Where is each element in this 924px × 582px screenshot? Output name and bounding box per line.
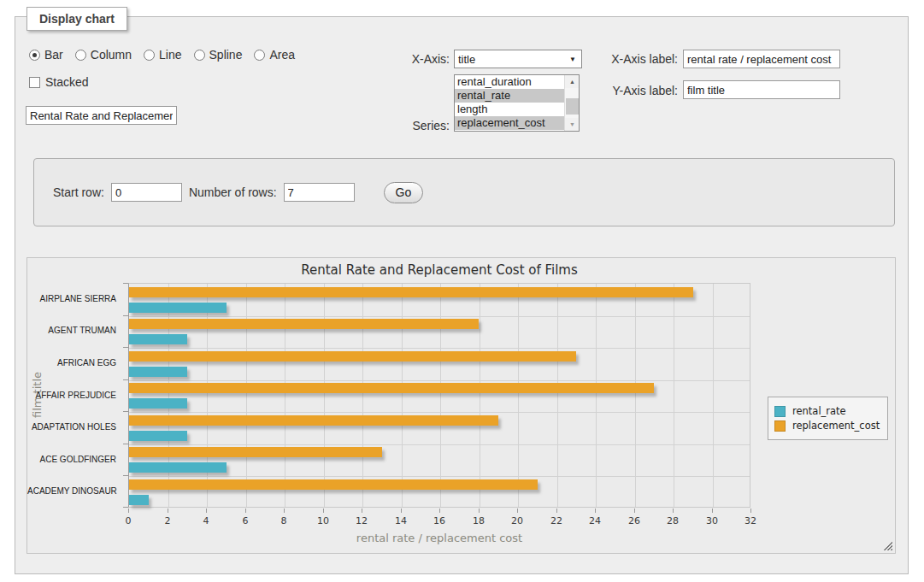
radio-label: Line <box>159 48 181 62</box>
x-axis-label-input[interactable] <box>683 50 840 68</box>
stacked-checkbox-row[interactable]: Stacked <box>29 75 89 89</box>
x-tick-label: 20 <box>511 515 523 526</box>
category-label: AFRICAN EGG <box>27 358 116 367</box>
legend-entry-replacement_cost: replacement_cost <box>774 420 880 432</box>
start-row-label: Start row: <box>53 185 104 199</box>
legend-swatch-icon <box>774 420 786 432</box>
x-tick-label: 12 <box>356 515 368 526</box>
category-label: ACE GOLDFINGER <box>27 455 116 464</box>
x-tick-label: 28 <box>667 515 679 526</box>
start-row-input[interactable] <box>111 183 182 202</box>
num-rows-input[interactable] <box>284 183 355 202</box>
radio-label: Column <box>91 48 132 62</box>
radio-label: Area <box>269 48 295 62</box>
x-tick-mark <box>673 509 674 513</box>
x-tick-label: 10 <box>317 515 329 526</box>
gridline <box>129 476 750 477</box>
x-axis-select-value: title <box>458 53 475 66</box>
x-tick-label: 6 <box>243 515 249 526</box>
stacked-checkbox[interactable] <box>29 77 40 88</box>
y-axis-label-field-label: Y-Axis label: <box>592 84 678 97</box>
x-tick-mark <box>401 509 402 513</box>
x-tick-label: 18 <box>473 515 485 526</box>
gridline <box>168 284 169 507</box>
listbox-scrollbar[interactable]: ▲ ▼ <box>564 75 579 131</box>
gridline <box>285 284 285 507</box>
radio-icon[interactable] <box>144 50 155 61</box>
rental_rate-bar <box>129 303 227 313</box>
series-listbox[interactable]: rental_durationrental_ratelengthreplacem… <box>454 74 580 132</box>
gridline <box>674 284 674 507</box>
chart-type-radio-spline[interactable]: Spline <box>194 48 243 62</box>
rental_rate-bar <box>129 462 227 473</box>
gridline <box>324 284 325 507</box>
rental_rate-bar <box>129 367 187 377</box>
gridline <box>713 284 714 507</box>
x-tick-mark <box>595 509 596 513</box>
scroll-down-icon[interactable]: ▼ <box>565 118 580 131</box>
gridline <box>557 284 558 507</box>
x-tick-mark <box>168 509 168 513</box>
chart-type-radio-line[interactable]: Line <box>144 48 181 62</box>
x-tick-mark <box>284 509 285 513</box>
series-option-replacement_cost[interactable]: replacement_cost <box>455 116 564 130</box>
replacement_cost-bar <box>129 351 576 362</box>
replacement_cost-bar <box>129 383 654 393</box>
x-tick-mark <box>323 509 324 513</box>
chart-category-labels: AIRPLANE SIERRAAGENT TRUMANAFRICAN EGGAF… <box>27 283 123 508</box>
series-option-length[interactable]: length <box>455 103 564 116</box>
legend-entry-rental_rate: rental_rate <box>774 405 880 417</box>
x-tick-label: 4 <box>203 515 209 526</box>
chart-type-radio-group: BarColumnLineSplineArea <box>29 48 303 62</box>
radio-icon[interactable] <box>254 50 265 61</box>
gridline <box>480 284 480 507</box>
chart-type-radio-area[interactable]: Area <box>254 48 295 62</box>
chart-xlabel: rental rate / replacement cost <box>128 532 750 544</box>
category-label: AIRPLANE SIERRA <box>27 294 116 303</box>
chart-type-radio-bar[interactable]: Bar <box>29 48 63 62</box>
gridline <box>207 284 208 507</box>
x-axis-select[interactable]: title ▼ <box>454 50 582 68</box>
radio-icon[interactable] <box>75 50 86 61</box>
chevron-down-icon: ▼ <box>569 56 576 63</box>
go-button[interactable]: Go <box>384 182 424 203</box>
category-label: ADAPTATION HOLES <box>27 422 116 432</box>
radio-icon[interactable] <box>194 50 205 61</box>
x-tick-mark <box>245 509 246 513</box>
gridline <box>129 348 750 349</box>
radio-icon[interactable] <box>29 50 40 61</box>
scrollbar-thumb[interactable] <box>566 98 579 115</box>
radio-label: Bar <box>44 48 63 62</box>
radio-label: Spline <box>209 48 243 62</box>
x-tick-label: 14 <box>395 515 407 526</box>
rental_rate-bar <box>129 495 149 505</box>
x-tick-mark <box>556 509 557 513</box>
x-tick-mark <box>634 509 635 513</box>
y-axis-label-input[interactable] <box>683 80 840 99</box>
gridline <box>440 284 441 507</box>
plot-area <box>128 283 750 508</box>
x-tick-mark <box>128 509 129 513</box>
chart-container: Rental Rate and Replacement Cost of Film… <box>26 257 896 554</box>
replacement_cost-bar <box>129 319 479 329</box>
gridline <box>635 284 636 507</box>
x-tick-label: 32 <box>744 515 756 526</box>
chart-title: Rental Rate and Replacement Cost of Film… <box>128 262 750 278</box>
x-tick-label: 30 <box>706 515 718 526</box>
x-tick-mark <box>712 509 713 513</box>
category-label: AFFAIR PREJUDICE <box>27 391 116 400</box>
series-options: rental_durationrental_ratelengthreplacem… <box>455 75 564 131</box>
legend-label: replacement_cost <box>792 420 880 432</box>
chart-title-input[interactable] <box>26 106 177 125</box>
x-axis-label-field-label: X-Axis label: <box>592 52 678 66</box>
resize-handle-icon[interactable] <box>882 540 892 550</box>
series-option-rental_duration[interactable]: rental_duration <box>455 75 564 89</box>
scroll-up-icon[interactable]: ▲ <box>565 75 580 88</box>
x-tick-label: 0 <box>126 515 132 526</box>
series-option-rental_rate[interactable]: rental_rate <box>455 89 564 103</box>
x-tick-mark <box>439 509 440 513</box>
chart-type-radio-column[interactable]: Column <box>75 48 132 62</box>
series-listbox-label: Series: <box>398 119 450 132</box>
gridline <box>129 316 750 317</box>
x-tick-mark <box>750 509 751 513</box>
